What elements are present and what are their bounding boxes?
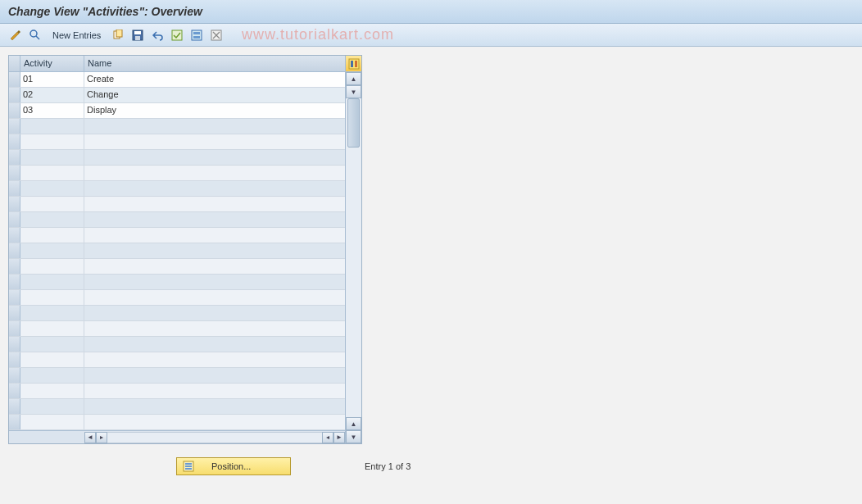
- table-row-empty[interactable]: [9, 384, 345, 399]
- svg-rect-15: [351, 61, 353, 67]
- svg-rect-19: [185, 465, 192, 467]
- svg-rect-9: [193, 32, 200, 34]
- table-row[interactable]: 03 Display: [9, 103, 345, 119]
- table-header-row: Activity Name: [9, 56, 345, 72]
- svg-rect-5: [134, 31, 141, 34]
- position-button-label: Position...: [211, 461, 251, 471]
- cell-activity[interactable]: 02: [20, 88, 84, 102]
- table-row-empty[interactable]: [9, 150, 345, 166]
- position-button[interactable]: Position...: [176, 457, 291, 475]
- find-icon[interactable]: [28, 28, 43, 43]
- vscroll-track[interactable]: [346, 98, 361, 417]
- cell-name[interactable]: Display: [84, 103, 345, 118]
- undo-change-icon[interactable]: [150, 28, 165, 43]
- svg-rect-8: [192, 30, 202, 40]
- table-row-empty[interactable]: [9, 275, 345, 290]
- column-header-name[interactable]: Name: [84, 56, 345, 71]
- table-row[interactable]: 01 Create: [9, 72, 345, 88]
- new-entries-button[interactable]: New Entries: [48, 29, 106, 42]
- table-settings-icon[interactable]: [346, 56, 361, 72]
- svg-rect-6: [135, 36, 140, 40]
- table-body: 01 Create 02 Change 03 Display: [9, 72, 345, 430]
- cell-activity[interactable]: 01: [20, 72, 84, 87]
- scroll-first-icon[interactable]: ◄: [84, 432, 96, 443]
- table-row[interactable]: 02 Change: [9, 88, 345, 103]
- hscroll-track[interactable]: [107, 432, 322, 443]
- activities-table: Activity Name 01 Create 02 Change 03 Dis: [8, 55, 362, 444]
- save-icon[interactable]: [130, 28, 145, 43]
- table-row-empty[interactable]: [9, 352, 345, 368]
- svg-point-0: [30, 30, 37, 37]
- cell-name[interactable]: Create: [84, 72, 345, 87]
- svg-rect-20: [185, 468, 192, 470]
- table-row-empty[interactable]: [9, 306, 345, 321]
- toggle-change-icon[interactable]: [8, 28, 23, 43]
- scroll-up-icon[interactable]: ▲: [346, 72, 361, 85]
- scroll-last-icon[interactable]: ►: [333, 432, 345, 443]
- select-all-icon[interactable]: [170, 28, 184, 43]
- row-selector[interactable]: [9, 72, 20, 87]
- svg-rect-18: [185, 463, 192, 465]
- scroll-right-icon[interactable]: ◂: [322, 432, 333, 443]
- horizontal-scrollbar[interactable]: ◄ ▸ ◂ ►: [9, 430, 345, 443]
- footer-row: Position... Entry 1 of 3: [0, 457, 862, 475]
- svg-rect-7: [172, 30, 182, 40]
- watermark-text: www.tutorialkart.com: [242, 26, 394, 43]
- cell-name[interactable]: Change: [84, 88, 345, 102]
- select-block-icon[interactable]: [189, 28, 204, 43]
- application-toolbar: New Entries www.tutorialkart.com: [0, 24, 862, 47]
- scroll-down-step-icon[interactable]: ▼: [346, 85, 361, 98]
- table-row-empty[interactable]: [9, 228, 345, 243]
- scroll-left-icon[interactable]: ▸: [96, 432, 107, 443]
- table-row-empty[interactable]: [9, 212, 345, 228]
- table-row-empty[interactable]: [9, 321, 345, 337]
- scroll-down-icon[interactable]: ▼: [346, 430, 361, 443]
- table-row-empty[interactable]: [9, 290, 345, 306]
- table-row-empty[interactable]: [9, 337, 345, 352]
- row-selector[interactable]: [9, 88, 20, 102]
- scroll-up-step-icon[interactable]: ▲: [346, 417, 361, 430]
- column-header-activity[interactable]: Activity: [20, 56, 84, 71]
- table-row-empty[interactable]: [9, 119, 345, 134]
- svg-rect-16: [355, 61, 357, 67]
- svg-rect-3: [116, 30, 122, 37]
- table-header-selector[interactable]: [9, 56, 20, 71]
- table-row-empty[interactable]: [9, 166, 345, 181]
- table-row-empty[interactable]: [9, 259, 345, 275]
- table-row-empty[interactable]: [9, 134, 345, 150]
- vscroll-thumb[interactable]: [347, 98, 360, 148]
- table-row-empty[interactable]: [9, 181, 345, 197]
- title-bar: Change View "Activities": Overview: [0, 0, 862, 24]
- table-row-empty[interactable]: [9, 368, 345, 384]
- deselect-all-icon[interactable]: [209, 28, 224, 43]
- copy-icon[interactable]: [111, 28, 125, 43]
- table-row-empty[interactable]: [9, 399, 345, 415]
- entry-status-text: Entry 1 of 3: [365, 461, 411, 471]
- svg-line-1: [36, 36, 39, 39]
- table-row-empty[interactable]: [9, 243, 345, 259]
- table-row-empty[interactable]: [9, 197, 345, 212]
- table-row-empty[interactable]: [9, 415, 345, 430]
- content-area: Activity Name 01 Create 02 Change 03 Dis: [0, 47, 862, 452]
- svg-rect-14: [349, 59, 359, 69]
- vertical-scrollbar[interactable]: ▲ ▼ ▲ ▼: [345, 56, 361, 443]
- page-title: Change View "Activities": Overview: [8, 5, 202, 18]
- row-selector[interactable]: [9, 103, 20, 118]
- svg-rect-10: [193, 36, 200, 39]
- position-icon: [182, 460, 195, 473]
- cell-activity[interactable]: 03: [20, 103, 84, 118]
